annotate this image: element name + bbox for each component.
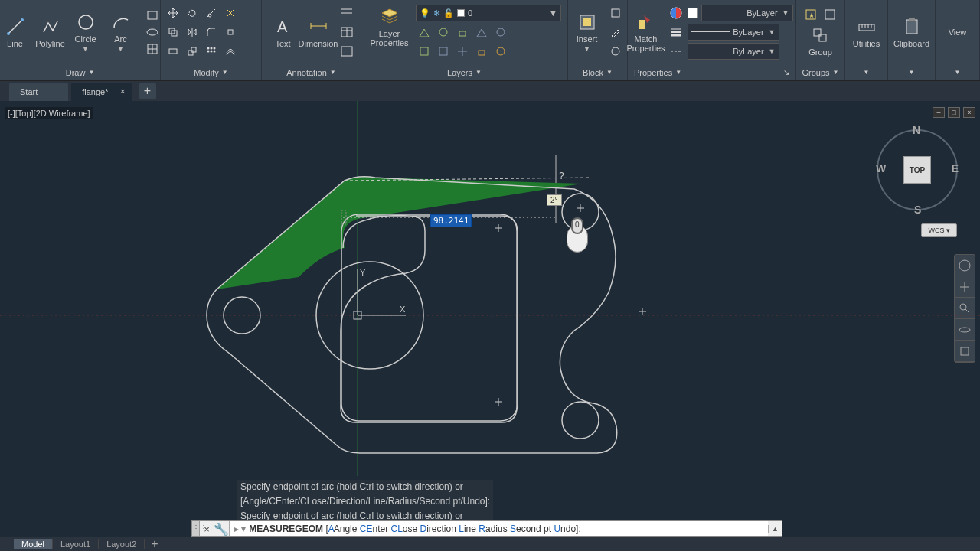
copy-button[interactable]: [165, 24, 181, 41]
layer-unlock-button[interactable]: [473, 43, 490, 60]
angle-badge: 2°: [547, 194, 562, 206]
panel-title-draw[interactable]: Draw▼: [0, 64, 160, 80]
layout-tab-1[interactable]: Layout1: [53, 539, 99, 549]
trim-button[interactable]: [203, 5, 220, 21]
panel-title-properties[interactable]: Properties▼↘: [628, 64, 795, 80]
group-create-icon[interactable]: ★: [802, 6, 819, 23]
layer-isolate-button[interactable]: [416, 43, 433, 60]
ungroup-icon[interactable]: [822, 6, 838, 23]
mtext-button[interactable]: [338, 43, 355, 60]
svg-point-20: [213, 50, 215, 52]
text-button[interactable]: A Text: [268, 15, 299, 50]
layer-prev-button[interactable]: [473, 24, 490, 41]
panel-title-utilities[interactable]: ▼: [845, 64, 887, 80]
block-attr-button[interactable]: [607, 43, 624, 60]
close-icon[interactable]: ×: [120, 86, 125, 96]
rectangle-button[interactable]: [144, 7, 161, 24]
layer-off-button[interactable]: [416, 24, 433, 41]
ellipse-button[interactable]: [144, 24, 161, 41]
cmd-close-button[interactable]: ×: [200, 523, 214, 535]
svg-rect-14: [191, 47, 196, 52]
array-button[interactable]: [203, 43, 220, 60]
block-create-button[interactable]: [607, 5, 624, 21]
panel-clipboard: Clipboard ▼: [888, 0, 936, 80]
panel-title-clipboard[interactable]: ▼: [888, 64, 935, 80]
dimension-button[interactable]: Dimension: [303, 15, 334, 50]
line-button[interactable]: Line: [0, 15, 31, 50]
panel-title-layers[interactable]: Layers▼: [361, 64, 567, 80]
layer-combo[interactable]: 💡 ❄ 🔓 0 ▼: [416, 5, 561, 21]
layer-thaw-button[interactable]: [454, 43, 471, 60]
color-picker-icon[interactable]: [668, 5, 684, 21]
svg-point-37: [497, 47, 505, 55]
panel-title-block[interactable]: Block▼: [568, 64, 627, 80]
hatch-button[interactable]: [144, 41, 161, 57]
tab-start[interactable]: Start: [9, 83, 68, 101]
svg-text:★: ★: [808, 11, 815, 19]
stretch-button[interactable]: [165, 43, 181, 60]
svg-text:A: A: [277, 18, 288, 35]
move-button[interactable]: [165, 5, 181, 21]
layout-tab-model[interactable]: Model: [14, 539, 53, 549]
layout-tab-2[interactable]: Layout2: [99, 539, 145, 549]
insert-button[interactable]: Insert ▼: [572, 10, 603, 54]
layer-match-button[interactable]: [492, 24, 509, 41]
linetype-combo[interactable]: ByLayer▼: [688, 43, 779, 60]
mirror-button[interactable]: [184, 24, 201, 41]
cmd-drag-handle[interactable]: ⋮⋮: [192, 521, 200, 536]
rotate-button[interactable]: [184, 5, 201, 21]
panel-annotation: A Text Dimension Annotation▼: [262, 0, 361, 80]
panel-layers: Layer Properties 💡 ❄ 🔓 0 ▼: [361, 0, 568, 80]
svg-rect-59: [909, 18, 915, 21]
panel-title-view[interactable]: ▼: [936, 64, 979, 80]
color-combo[interactable]: ByLayer▼: [701, 5, 793, 21]
dimension-input[interactable]: 98.2141: [430, 214, 472, 227]
cmd-customize-button[interactable]: 🔧: [214, 522, 229, 536]
panel-title-groups[interactable]: Groups▼: [796, 64, 844, 80]
layout-add-button[interactable]: +: [145, 537, 164, 551]
offset-button[interactable]: [222, 43, 239, 60]
layer-uniso-button[interactable]: [435, 43, 452, 60]
panel-block: Insert ▼ Block▼: [568, 0, 628, 80]
group-button[interactable]: Group: [805, 23, 835, 58]
group-icon: [809, 24, 831, 46]
lineweight-icon: [668, 24, 684, 41]
drawing-canvas[interactable]: [-][Top][2D Wireframe] – □ × TOP N S W E…: [0, 101, 980, 476]
svg-rect-12: [169, 49, 177, 54]
svg-rect-51: [814, 29, 821, 36]
layer-freeze-button[interactable]: [435, 24, 452, 41]
arc-icon: [110, 11, 132, 33]
layerprops-button[interactable]: Layer Properties: [368, 5, 411, 49]
panel-modify: Modify▼: [161, 0, 262, 80]
erase-button[interactable]: [222, 5, 239, 21]
clipboard-button[interactable]: Clipboard: [894, 15, 929, 50]
svg-point-15: [207, 47, 209, 49]
arc-button[interactable]: Arc ▼: [106, 10, 136, 54]
svg-point-16: [210, 47, 212, 49]
layer-change-button[interactable]: [492, 43, 509, 60]
cmd-history-button[interactable]: ▲: [768, 525, 782, 533]
explode-button[interactable]: [222, 24, 239, 41]
lineweight-combo[interactable]: ByLayer▼: [688, 24, 779, 41]
command-line[interactable]: ⋮⋮ × 🔧 ▸ ▾ MEASUREGEOM [ AAngle CEnter C…: [191, 520, 782, 537]
tab-add-button[interactable]: +: [139, 83, 156, 99]
tab-flange[interactable]: flange*×: [71, 83, 131, 101]
leader-button[interactable]: [338, 5, 355, 21]
table-button[interactable]: [338, 24, 355, 41]
block-edit-button[interactable]: [607, 24, 624, 41]
layer-lock-button[interactable]: [454, 24, 471, 41]
scale-button[interactable]: [184, 43, 201, 60]
svg-rect-50: [825, 10, 835, 19]
panel-title-annotation[interactable]: Annotation▼: [262, 64, 361, 80]
fillet-button[interactable]: [203, 24, 220, 41]
circle-button[interactable]: Circle ▼: [70, 10, 101, 54]
svg-point-74: [562, 402, 599, 439]
panel-title-modify[interactable]: Modify▼: [161, 64, 261, 80]
view-button[interactable]: View: [942, 26, 973, 38]
match-properties-button[interactable]: Match Properties: [631, 10, 662, 54]
utilities-button[interactable]: Utilities: [851, 15, 882, 50]
polyline-button[interactable]: Polyline: [35, 15, 66, 50]
panel-draw: Line Polyline Circle ▼ Arc ▼ Draw▼: [0, 0, 161, 80]
mouse-cursor-icon: [564, 214, 591, 253]
command-input[interactable]: ▸ ▾ MEASUREGEOM [ AAngle CEnter CLose Di…: [229, 521, 768, 536]
